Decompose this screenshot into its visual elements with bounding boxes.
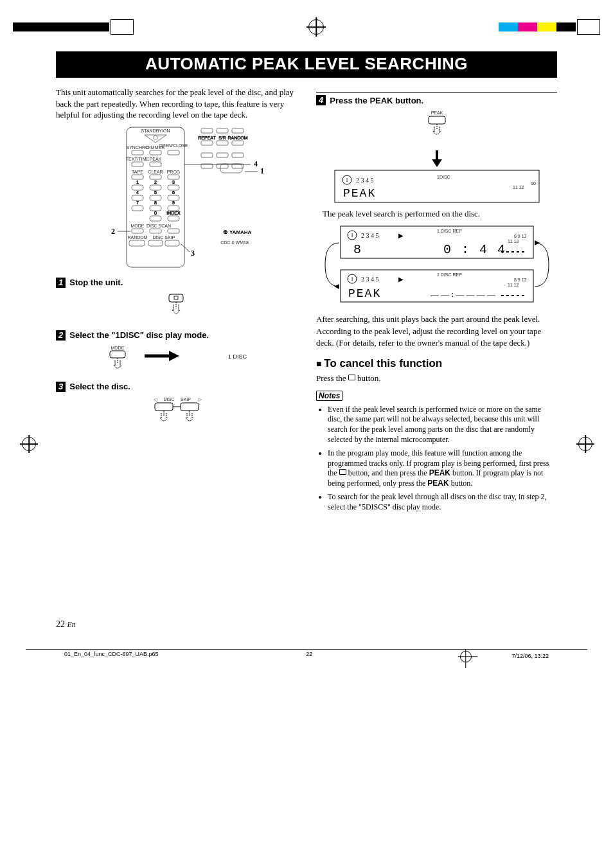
svg-text:— — : — —  — —: — — : — — — — [430, 289, 496, 299]
svg-text:MODE: MODE [111, 346, 124, 350]
svg-rect-45 [168, 229, 179, 233]
after-search-p1: After searching, this unit plays back th… [316, 314, 557, 325]
svg-text:INDEX: INDEX [166, 211, 181, 215]
intro-paragraph: This unit automatically searches for the… [56, 87, 297, 121]
svg-text:◁: ◁ [153, 397, 157, 402]
stop-button-press-icon [157, 292, 196, 324]
svg-text:RANDOM: RANDOM [227, 136, 247, 140]
svg-text:1 DISC: 1 DISC [228, 353, 247, 360]
top-register-bar [0, 0, 613, 39]
svg-line-76 [181, 244, 190, 252]
svg-rect-49 [148, 240, 163, 246]
svg-text:SYNCHRO: SYNCHRO [126, 145, 149, 150]
mode-press-diagram: MODE 1 DISC [93, 344, 260, 375]
stop-icon [339, 469, 346, 475]
svg-rect-20 [150, 185, 161, 190]
svg-rect-57 [201, 141, 213, 145]
svg-rect-78 [169, 294, 183, 302]
svg-text:STANDBY/ON: STANDBY/ON [141, 128, 170, 133]
svg-text:DISC SCAN: DISC SCAN [146, 224, 170, 228]
stop-icon [348, 375, 355, 380]
display-loop: 1 2 3 4 5 ▶ 1 DISC REP 8 0 : 4 4 11 12 8… [321, 224, 553, 307]
svg-rect-61 [217, 153, 228, 157]
disc-skip-diagram: DISC SKIP ◁ ▷ [132, 396, 222, 431]
arrow-down-icon [431, 150, 443, 167]
step-2-heading: 2 Select the "1DISC" disc play mode. [56, 330, 297, 341]
svg-rect-21 [168, 185, 179, 190]
footer-datetime: 7/12/06, 13:22 [511, 653, 549, 659]
svg-text:2  3  4  5: 2 3 4 5 [356, 177, 374, 184]
svg-rect-43 [132, 229, 143, 233]
svg-rect-37 [150, 216, 161, 221]
svg-rect-60 [201, 153, 213, 157]
notes-heading: Notes [316, 391, 342, 401]
svg-text:1: 1 [351, 233, 353, 238]
svg-text:1 DISC REP: 1 DISC REP [437, 272, 462, 277]
svg-rect-51 [201, 128, 213, 133]
register-mark-icon [460, 651, 472, 662]
svg-rect-25 [132, 195, 143, 200]
svg-text:S/R: S/R [218, 136, 226, 140]
svg-text:2: 2 [111, 227, 115, 236]
svg-text:8: 8 [154, 200, 157, 205]
svg-text:11 12: 11 12 [513, 185, 524, 190]
svg-rect-79 [174, 296, 178, 299]
svg-text:10: 10 [531, 181, 536, 186]
cancel-body: Press the button. [316, 373, 557, 384]
svg-text:PEAK: PEAK [343, 187, 376, 200]
svg-text:8: 8 [353, 242, 362, 257]
svg-text:1: 1 [136, 180, 139, 184]
step-3-heading: 3 Select the disc. [56, 382, 297, 392]
page-number: 22 En [56, 619, 557, 630]
svg-text:5: 5 [154, 190, 157, 195]
svg-rect-50 [165, 240, 179, 246]
svg-point-2 [154, 136, 157, 139]
svg-rect-62 [232, 153, 244, 157]
svg-text:8  9 13: 8 9 13 [514, 234, 527, 238]
register-mark-left [22, 437, 35, 450]
svg-rect-11 [132, 162, 143, 166]
section-title: AUTOMATIC PEAK LEVEL SEARCHING [56, 51, 557, 78]
svg-rect-58 [217, 141, 228, 145]
svg-text:REPEAT: REPEAT [198, 136, 216, 140]
footer: 01_En_04_func_CDC-697_UAB.p65 22 7/12/06… [26, 649, 587, 688]
svg-text:PEAK: PEAK [149, 157, 161, 161]
svg-text:4: 4 [136, 190, 139, 195]
svg-text:▶: ▶ [398, 276, 404, 283]
footer-page: 22 [306, 651, 312, 662]
svg-rect-17 [150, 175, 161, 179]
svg-text:PEAK: PEAK [348, 287, 381, 300]
svg-text:9: 9 [172, 200, 175, 205]
svg-rect-53 [232, 128, 244, 133]
svg-text:2  3  4  5: 2 3 4 5 [361, 232, 379, 239]
svg-rect-6 [132, 150, 143, 155]
svg-text:2: 2 [154, 180, 157, 184]
svg-text:DISC SKIP: DISC SKIP [152, 235, 175, 240]
svg-rect-48 [129, 240, 145, 246]
svg-rect-27 [168, 195, 179, 200]
svg-rect-16 [132, 175, 143, 179]
svg-rect-19 [132, 185, 143, 190]
svg-rect-59 [232, 141, 244, 145]
note-2: In the program play mode, this feature w… [328, 448, 557, 488]
svg-text:1 DISC REP: 1 DISC REP [437, 229, 462, 233]
svg-text:11 12: 11 12 [508, 239, 519, 244]
svg-text:1DISC: 1DISC [437, 175, 450, 179]
svg-rect-26 [150, 195, 161, 200]
note-3: To search for the peak level through all… [328, 492, 557, 512]
svg-text:PEAK: PEAK [431, 111, 443, 115]
notes-list: Even if the peak level search is perform… [316, 405, 557, 513]
svg-rect-91 [429, 116, 445, 124]
svg-text:TEXT/TIME: TEXT/TIME [125, 157, 149, 161]
remote-control-diagram: STANDBY/ON SYNCHRO DIMMER OPEN/CLOSE TEX… [80, 123, 273, 271]
svg-text:DISC: DISC [163, 397, 174, 402]
svg-rect-8 [168, 150, 179, 155]
svg-text:SKIP: SKIP [181, 397, 191, 402]
step-1-heading: 1 Stop the unit. [56, 278, 297, 288]
svg-text:MODE: MODE [130, 224, 144, 228]
step-4-heading: 4 Press the PEAK button. [316, 92, 557, 105]
svg-rect-18 [168, 175, 179, 179]
svg-text:CDC-6  WM18: CDC-6 WM18 [220, 240, 249, 245]
svg-text:1: 1 [346, 177, 348, 183]
svg-text:3: 3 [191, 249, 195, 258]
